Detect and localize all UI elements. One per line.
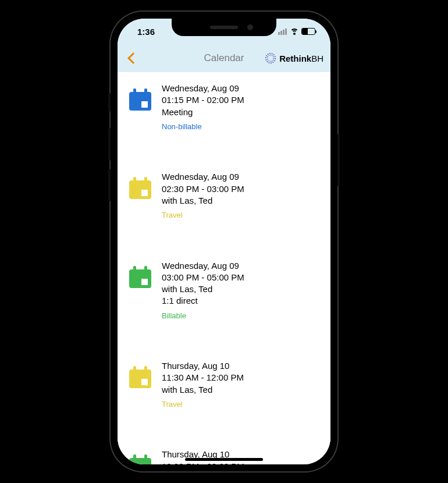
calendar-icon [129,266,151,288]
volume-down [108,169,111,201]
svg-point-1 [268,55,274,62]
calendar-event[interactable]: Wednesday, Aug 0902:30 PM - 03:00 PMwith… [118,161,330,228]
event-with-line: with Las, Ted [162,283,244,295]
event-info: Thursday, Aug 1011:30 AM - 12:00 PMwith … [162,360,244,409]
event-tag: Travel [162,210,244,221]
event-info: Wednesday, Aug 0901:15 PM - 02:00 PMMeet… [162,83,244,132]
event-time-line: 12:00 PM - 03:00 PM [162,461,244,464]
event-date-line: Wednesday, Aug 09 [162,260,244,272]
brand-logo-block: RethinkBH [264,52,323,65]
event-tag: Travel [162,399,244,410]
brand-text: RethinkBH [279,54,323,63]
event-subject-line: Meeting [162,106,244,118]
power-button [337,134,340,186]
home-indicator[interactable] [185,458,263,461]
calendar-event[interactable]: Thursday, Aug 1011:30 AM - 12:00 PMwith … [118,350,330,417]
front-camera [247,24,253,30]
battery-icon [301,28,315,35]
event-list[interactable]: Wednesday, Aug 0901:15 PM - 02:00 PMMeet… [118,72,330,464]
silence-switch [108,93,111,112]
calendar-event[interactable]: Wednesday, Aug 0901:15 PM - 02:00 PMMeet… [118,72,330,140]
wifi-icon [290,29,298,35]
event-with-line: with Las, Ted [162,195,244,207]
event-info: Wednesday, Aug 0903:00 PM - 05:00 PMwith… [162,260,244,321]
rethink-logo-icon [264,52,277,65]
calendar-icon [129,454,151,464]
calendar-event[interactable]: Wednesday, Aug 0903:00 PM - 05:00 PMwith… [118,250,330,329]
calendar-icon [129,366,151,388]
event-time-line: 01:15 PM - 02:00 PM [162,94,244,106]
event-tag: Billable [162,311,244,321]
event-date-line: Wednesday, Aug 09 [162,83,244,94]
event-date-line: Thursday, Aug 10 [162,360,244,372]
page-title: Calendar [204,52,244,64]
volume-up [108,128,111,161]
event-time-line: 03:00 PM - 05:00 PM [162,272,244,283]
notch [172,19,276,36]
calendar-icon [129,88,151,111]
event-info: Thursday, Aug 1012:00 PM - 03:00 PMwith … [162,449,244,464]
event-subject-line: 1:1 direct [162,295,244,307]
calendar-icon [129,177,151,199]
event-date-line: Wednesday, Aug 09 [162,171,244,183]
screen: 1:36 Calendar [118,19,330,464]
cellular-icon [278,29,287,35]
speaker-grill [210,26,238,29]
event-time-line: 11:30 AM - 12:00 PM [162,372,244,383]
status-time: 1:36 [130,27,155,37]
phone-frame: 1:36 Calendar [111,12,337,471]
app-header: Calendar RethinkBH [118,44,330,72]
event-time-line: 02:30 PM - 03:00 PM [162,183,244,195]
status-right-cluster [278,28,318,35]
event-with-line: with Las, Ted [162,384,244,396]
event-info: Wednesday, Aug 0902:30 PM - 03:00 PMwith… [162,171,244,220]
event-tag: Non-billable [162,122,244,132]
back-button[interactable] [125,51,138,65]
